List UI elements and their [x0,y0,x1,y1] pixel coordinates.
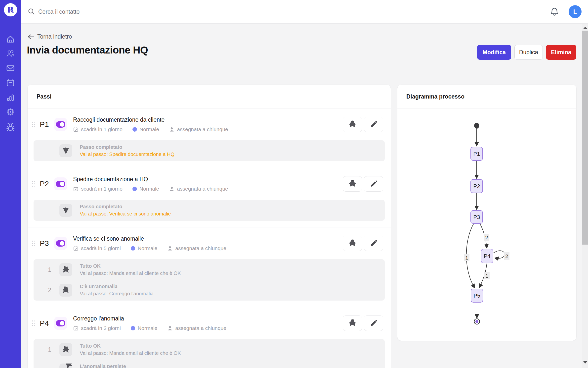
outcome-number: 2 [45,367,54,368]
svg-text:P1: P1 [473,151,480,157]
svg-text:P2: P2 [473,183,480,189]
outcome-title: Passo completato [80,204,171,210]
back-label: Torna indietro [37,33,72,40]
avatar[interactable]: L [569,5,582,18]
edge-label: 1 [485,273,488,279]
due-calendar-icon [73,127,79,132]
outcome-title: C'è un'anomalia [80,284,154,289]
assignee-person-icon [169,186,174,192]
edit-button[interactable]: Modifica [477,45,511,60]
branch-icon [346,237,359,250]
outcome-action: Vai al passo: Spedire docuemtazione a HQ [80,152,174,157]
edit-step-button[interactable] [364,315,383,331]
arrow-down-icon [59,204,72,217]
branch-settings-button[interactable] [343,236,362,251]
due-calendar-icon [73,246,79,251]
top-bar: L [21,0,588,24]
edge-label: 1 [465,255,468,261]
bell-icon[interactable] [550,7,559,17]
step-section-p1: P1 Raccogli documentazione da cliente sc… [28,108,391,168]
outcome-row: 2 L'anomalia persiste Ripeti attività [34,363,385,368]
step-due: scadrà in 5 giorni [81,245,121,251]
step-assignee: assegnata a chiunque [177,186,228,192]
branch-icon [59,343,72,356]
step-due: scadrà in 2 giorni [81,325,121,331]
edit-step-button[interactable] [364,236,383,251]
sidebar-item-settings[interactable]: ⚙ [5,107,16,118]
drag-handle-icon[interactable] [32,181,35,187]
svg-text:P5: P5 [474,293,480,299]
outcome-row: 1 Tutto OK Vai al passo: Manda email al … [34,343,385,357]
home-icon [5,33,16,44]
branch-settings-button[interactable] [343,176,362,192]
outcome-title: L'anomalia persiste [80,364,126,368]
drag-handle-icon[interactable] [32,122,35,127]
sidebar-item-home[interactable] [5,33,16,44]
avatar-initial: L [573,8,577,15]
step-section-p3: P3 Verifica se ci sono anomalie scadrà i… [28,227,391,307]
step-toggle[interactable] [54,118,67,131]
outcome-title: Passo completato [80,144,174,150]
step-toggle[interactable] [54,237,67,250]
outcome-action: Vai al passo: Manda email al cliente che… [80,350,181,356]
step-id: P4 [40,319,54,327]
branch-settings-button[interactable] [343,117,362,132]
due-calendar-icon [73,186,79,192]
step-toggle[interactable] [54,317,67,330]
pencil-icon [367,317,380,330]
scroll-down-icon[interactable] [583,361,587,364]
page-actions: Modifica Duplica Elimina [477,45,576,60]
sidebar-item-mail[interactable] [5,63,16,74]
node-p1: P1 [471,147,483,160]
edit-step-button[interactable] [364,117,383,132]
drag-handle-icon[interactable] [32,241,35,246]
mail-icon [5,63,16,74]
end-node [474,319,480,324]
outcome-row: 2 C'è un'anomalia Vai al passo: Correggo… [34,283,385,297]
step-id: P2 [40,180,54,188]
back-link[interactable]: Torna indietro [27,33,72,40]
step-title: Raccogli documentazione da cliente [73,116,228,123]
search-input[interactable] [38,6,262,17]
app-logo[interactable]: ℝ [4,3,17,16]
scrollbar-thumb[interactable] [582,31,588,245]
branch-icon [346,118,359,131]
outcome-action: Vai al passo: Manda email al cliente che… [80,270,181,276]
page-title: Invia documentazione HQ [27,44,148,56]
sidebar-item-stats[interactable] [5,92,16,103]
steps-panel-title: Passi [28,85,391,108]
delete-button[interactable]: Elimina [546,45,576,60]
diagram-panel: Diagramma processo 1 2 2 1 P1 P2 P3 [397,85,577,341]
duplicate-button[interactable]: Duplica [514,45,543,60]
edit-step-button[interactable] [364,176,383,192]
pencil-icon [367,177,380,190]
step-toggle[interactable] [54,177,67,190]
priority-dot-icon [131,246,135,251]
arrow-down-icon [59,144,72,157]
branch-settings-button[interactable] [343,315,362,331]
step-due: scadrà in 1 giorno [81,186,123,192]
outcome-row: 1 Tutto OK Vai al passo: Manda email al … [34,263,385,277]
edge-label: 2 [505,253,508,259]
sidebar-item-calendar[interactable] [5,77,16,88]
step-title: Verifica se ci sono anomalie [73,235,226,242]
outcome-action: Vai al passo: Correggo l'anomalia [80,291,154,297]
sidebar-item-contacts[interactable] [5,48,16,59]
contacts-icon [5,48,16,59]
outcome-row: Passo completato Vai al passo: Spedire d… [34,144,385,158]
branch-icon [346,317,359,330]
repeat-icon [59,364,72,368]
pencil-icon [367,237,380,250]
branch-icon [346,177,359,190]
assignee-person-icon [167,325,173,331]
arrow-left-icon [27,34,34,40]
priority-dot-icon [132,127,137,132]
scroll-up-icon[interactable] [583,27,587,29]
step-due: scadrà in 1 giorno [81,126,123,132]
step-id: P1 [40,120,54,129]
step-title: Correggo l'anomalia [73,315,226,322]
drag-handle-icon[interactable] [32,320,35,326]
sidebar-item-automation[interactable] [5,121,16,132]
step-assignee: assegnata a chiunque [175,245,226,251]
node-p4: P4 [481,249,493,263]
